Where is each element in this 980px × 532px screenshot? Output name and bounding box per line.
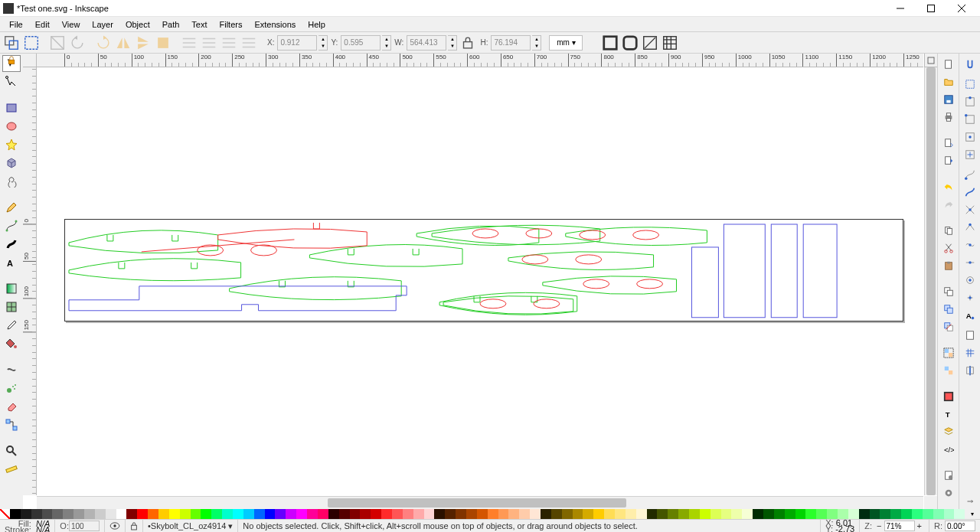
swatch[interactable] [10,509,21,519]
guide-menu-icon[interactable] [924,54,937,67]
swatch[interactable] [116,509,127,519]
bezier-tool[interactable] [2,217,21,234]
swatch[interactable] [21,509,31,519]
swatch[interactable] [901,509,912,519]
swatch[interactable] [890,509,901,519]
measure-tool[interactable] [2,461,21,478]
menu-file[interactable]: File [3,18,29,31]
transform-affect-gradient-icon[interactable] [641,34,659,52]
swatch[interactable] [551,509,562,519]
swatch[interactable] [530,509,541,519]
mesh-tool[interactable] [2,299,21,315]
swatch[interactable] [158,509,169,519]
swatch[interactable] [413,509,424,519]
transform-affect-corners-icon[interactable] [621,34,639,52]
snap-toggle-icon[interactable] [962,57,978,72]
swatch[interactable] [63,509,74,519]
save-icon[interactable] [940,92,957,107]
transform-affect-pattern-icon[interactable] [661,34,679,52]
gradient-tool[interactable] [2,280,21,297]
swatch[interactable] [243,509,254,519]
layer-visibility-icon[interactable] [105,520,126,532]
swatch[interactable] [785,509,795,519]
fill-stroke-icon[interactable] [940,389,957,404]
scrollbar-horizontal[interactable] [37,496,923,509]
swatch[interactable] [126,509,137,519]
swatch[interactable] [233,509,243,519]
menu-extensions[interactable]: Extensions [248,18,302,31]
snap-guide-icon[interactable] [962,363,978,378]
swatch[interactable] [753,509,763,519]
swatch[interactable] [318,509,328,519]
clone-icon[interactable] [940,302,957,317]
xml-icon[interactable]: </> [940,442,957,457]
swatch[interactable] [201,509,211,519]
snap-bbox-mid-icon[interactable] [962,129,978,145]
flip-h-icon[interactable] [114,34,132,52]
swatch[interactable] [106,509,116,519]
dropper-tool[interactable] [2,317,21,334]
snap-bbox-edge-icon[interactable] [962,94,978,109]
layer-selector[interactable]: •Skybolt_CL_oz4914 ▾ [148,521,233,531]
swatch[interactable] [508,509,519,519]
swatch[interactable] [265,509,276,519]
swatch[interactable] [296,509,307,519]
swatch[interactable] [689,509,700,519]
ruler-origin[interactable] [23,54,37,67]
swatch[interactable] [626,509,636,519]
spiral-tool[interactable] [2,173,21,190]
x-input[interactable] [277,35,317,51]
snap-midpoint-icon[interactable] [962,255,978,270]
swatch[interactable] [328,509,339,519]
select-all-layers-icon[interactable] [2,34,21,52]
h-spinner[interactable]: ▲▼ [532,35,541,51]
swatch[interactable] [169,509,180,519]
swatch[interactable] [254,509,265,519]
swatch[interactable] [944,509,955,519]
swatch[interactable] [180,509,191,519]
rectangle-tool[interactable] [2,100,21,116]
zoom-input[interactable] [884,521,915,531]
swatch[interactable] [795,509,806,519]
swatch[interactable] [31,509,42,519]
lower-bottom2-icon[interactable] [240,34,258,52]
swatch[interactable] [95,509,106,519]
swatch[interactable] [307,509,318,519]
menu-layer[interactable]: Layer [86,18,119,31]
swatch[interactable] [424,509,435,519]
swatch[interactable] [286,509,296,519]
menu-text[interactable]: Text [185,18,213,31]
swatch[interactable] [593,509,604,519]
swatch[interactable] [403,509,413,519]
lower-icon[interactable] [200,34,218,52]
swatch[interactable] [148,509,158,519]
swatch[interactable] [339,509,350,519]
ruler-horizontal[interactable]: 0501001502002503003504004505005506006507… [37,54,923,67]
swatch[interactable] [562,509,573,519]
zoom-minus[interactable]: − [874,521,884,530]
paintbucket-tool[interactable] [2,335,21,352]
swatch[interactable] [84,509,95,519]
calligraphy-tool[interactable] [2,236,21,253]
swatch[interactable] [519,509,530,519]
swatch[interactable] [604,509,615,519]
raise-icon[interactable] [180,34,198,52]
transform-affect-stroke-icon[interactable] [601,34,619,52]
swatch[interactable] [371,509,381,519]
x-spinner[interactable]: ▲▼ [318,35,328,51]
swatch[interactable] [573,509,583,519]
lower-bottom-icon[interactable] [220,34,238,52]
zoom-tool[interactable] [2,442,21,459]
swatch[interactable] [700,509,710,519]
swatch[interactable] [774,509,785,519]
snap-cusp-icon[interactable] [962,220,978,235]
eraser-tool[interactable] [2,398,21,415]
snap-intersect-icon[interactable] [962,202,978,217]
swatch[interactable] [657,509,668,519]
cut-icon[interactable] [940,240,957,256]
canvas[interactable] [37,67,923,495]
menu-help[interactable]: Help [302,18,332,31]
swatch[interactable] [615,509,626,519]
duplicate-icon[interactable] [940,284,957,299]
swatch[interactable] [647,509,658,519]
